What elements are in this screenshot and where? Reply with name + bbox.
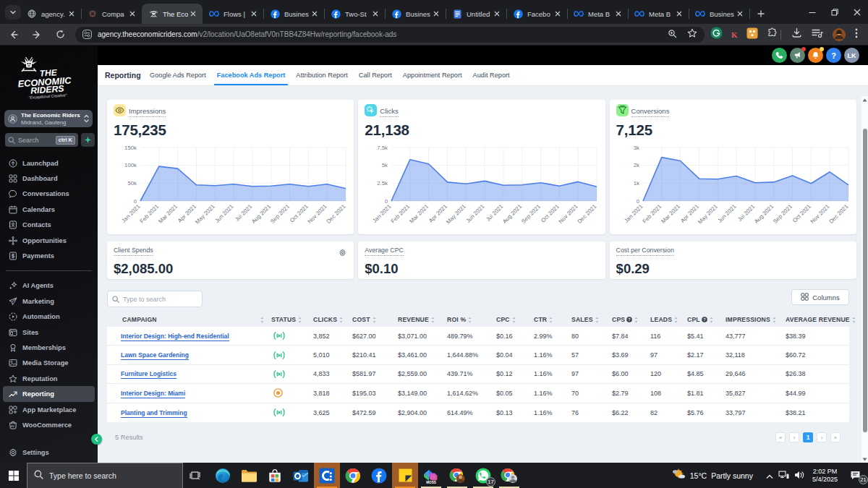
sort-arrows-icon[interactable] xyxy=(852,317,856,323)
browser-tab-9[interactable]: Facebo xyxy=(506,4,567,24)
window-close-button[interactable] xyxy=(846,0,868,24)
windows-start-button[interactable] xyxy=(0,463,27,488)
taskbar-app-chrome[interactable] xyxy=(340,463,366,488)
table-row[interactable]: Interior Design: High-end Residential3,8… xyxy=(107,327,849,346)
downloads-icon[interactable] xyxy=(791,27,802,41)
sidebar-item-reputation[interactable]: Reputation xyxy=(3,371,95,386)
tab-close-icon[interactable] xyxy=(492,9,502,19)
column-header-cpl[interactable]: CPL? xyxy=(687,316,726,323)
sort-arrows-icon[interactable] xyxy=(298,317,302,323)
reload-button[interactable] xyxy=(51,25,69,44)
taskbar-app-outlook[interactable] xyxy=(288,463,314,488)
sidebar-item-opportunities[interactable]: Opportunities xyxy=(3,233,95,248)
column-header-roi-[interactable]: ROI % xyxy=(447,316,496,323)
new-tab-button[interactable] xyxy=(754,7,768,21)
report-tab-call-report[interactable]: Call Report xyxy=(353,65,397,85)
window-restore-button[interactable] xyxy=(823,0,846,24)
browser-menu-kebab-icon[interactable] xyxy=(855,28,858,41)
taskbar-app-moss[interactable]: MOSS xyxy=(418,463,444,488)
table-search-input[interactable]: Type to search xyxy=(107,291,203,307)
sort-arrows-icon[interactable] xyxy=(339,317,343,323)
network-icon[interactable] xyxy=(778,469,789,482)
tab-close-icon[interactable] xyxy=(188,9,198,19)
pagination-button-1[interactable]: ‹ xyxy=(789,432,799,442)
taskbar-search-box[interactable]: Type here to search xyxy=(27,463,183,488)
pagination-button-4[interactable]: » xyxy=(830,432,841,442)
report-tab-attribution-report[interactable]: Attribution Report xyxy=(291,65,354,85)
sort-arrows-icon[interactable] xyxy=(634,317,638,323)
browser-tab-1[interactable]: agency. xyxy=(20,4,81,24)
sidebar-item-payments[interactable]: Payments xyxy=(3,248,95,263)
report-tab-google-ads-report[interactable]: Google Ads Report xyxy=(145,65,212,85)
scrollbar-down-arrow[interactable] xyxy=(861,455,868,463)
volume-icon[interactable] xyxy=(794,469,804,482)
browser-tab-4[interactable]: Flows | xyxy=(203,4,263,24)
column-header-revenue[interactable]: REVENUE xyxy=(398,316,447,323)
sort-arrows-icon[interactable] xyxy=(431,317,435,323)
browser-tab-6[interactable]: Two-St xyxy=(324,4,385,24)
column-header-ctr[interactable]: CTR xyxy=(534,316,571,323)
sidebar-item-settings[interactable]: Settings xyxy=(3,445,95,460)
grammarly-extension-icon[interactable] xyxy=(710,27,723,42)
scrollbar-thumb[interactable] xyxy=(863,129,867,432)
taskbar-app-edge[interactable] xyxy=(210,463,236,488)
sort-arrows-icon[interactable] xyxy=(549,317,553,323)
tab-close-icon[interactable] xyxy=(67,9,77,19)
sort-arrows-icon[interactable] xyxy=(595,317,599,323)
tab-close-icon[interactable] xyxy=(735,9,745,19)
tab-close-icon[interactable] xyxy=(431,9,441,19)
stat-label[interactable]: Average CPC xyxy=(365,247,404,256)
sidebar-item-dashboard[interactable]: Dashboard xyxy=(3,171,95,186)
column-header-impressions[interactable]: IMPRESSIONS xyxy=(726,316,786,323)
page-scrollbar[interactable] xyxy=(861,96,868,463)
sidebar-item-contacts[interactable]: Contacts xyxy=(3,218,95,233)
browser-tab-10[interactable]: Meta B xyxy=(567,4,628,24)
sort-arrows-icon[interactable] xyxy=(468,317,472,323)
url-bar[interactable]: agency.theeconomicriders.com/v2/location… xyxy=(75,27,705,43)
yellow-extension-icon[interactable] xyxy=(746,27,758,42)
table-row[interactable]: Furniture Logistics4,833$581.97$2,559.00… xyxy=(107,365,849,384)
tab-close-icon[interactable] xyxy=(370,9,380,19)
taskbar-clock[interactable]: 2:02 PM5/4/2025 xyxy=(812,468,838,484)
pagination-page-1[interactable]: 1 xyxy=(803,432,813,442)
sidebar-item-memberships[interactable]: Memberships xyxy=(3,340,95,355)
taskbar-app-chromep1[interactable] xyxy=(444,463,470,488)
table-row[interactable]: Interior Design: Miami3,818$195.03$3,149… xyxy=(107,384,849,403)
site-info-icon[interactable] xyxy=(82,30,92,39)
campaign-link[interactable]: Interior Design: Miami xyxy=(121,390,185,398)
info-icon[interactable]: ? xyxy=(626,317,632,322)
account-switcher[interactable]: The Economic RidersMidrand, Gauteng xyxy=(4,110,93,127)
sidebar-item-calendars[interactable]: Calendars xyxy=(3,202,95,217)
sidebar-item-media-storage[interactable]: Media Storage xyxy=(3,356,95,371)
back-button[interactable] xyxy=(4,25,23,44)
tab-close-icon[interactable] xyxy=(127,9,137,19)
sidebar-item-ai-agents[interactable]: AI Agents xyxy=(3,278,95,294)
sidebar-item-marketing[interactable]: Marketing xyxy=(3,294,95,309)
tab-close-icon[interactable] xyxy=(310,9,320,19)
tab-search-button[interactable] xyxy=(5,5,21,20)
help-button[interactable]: ? xyxy=(826,48,841,63)
stat-label[interactable]: Cost per Conversion xyxy=(616,247,674,256)
sidebar-item-automation[interactable]: Automation xyxy=(3,309,95,325)
sort-arrows-icon[interactable] xyxy=(260,317,264,323)
media-playlist-icon[interactable] xyxy=(812,28,823,41)
tab-close-icon[interactable] xyxy=(249,9,259,19)
column-header-leads[interactable]: LEADS xyxy=(650,316,687,323)
action-center-button[interactable]: 21 xyxy=(846,471,864,481)
column-header-clicks[interactable]: CLICKS xyxy=(313,316,352,323)
bookmark-star-icon[interactable] xyxy=(687,28,697,41)
notifications-bell-button[interactable] xyxy=(808,48,823,63)
browser-profile-avatar[interactable] xyxy=(833,28,846,41)
sort-arrows-icon[interactable] xyxy=(373,317,376,323)
campaign-link[interactable]: Lawn Space Gardening xyxy=(121,351,189,360)
campaign-link[interactable]: Furniture Logistics xyxy=(121,370,176,379)
browser-tab-3[interactable]: The Eco xyxy=(142,4,203,24)
taskbar-app-store[interactable] xyxy=(262,463,288,488)
column-header-sales[interactable]: SALES xyxy=(571,316,612,323)
browser-tab-12[interactable]: Busines xyxy=(689,4,749,24)
sidebar-collapse-button[interactable] xyxy=(91,434,102,445)
sidebar-item-woocommerce[interactable]: WooCommerce xyxy=(3,417,95,432)
window-minimize-button[interactable] xyxy=(801,0,823,24)
sort-arrows-icon[interactable] xyxy=(512,317,516,323)
campaign-link[interactable]: Interior Design: High-end Residential xyxy=(121,333,229,341)
